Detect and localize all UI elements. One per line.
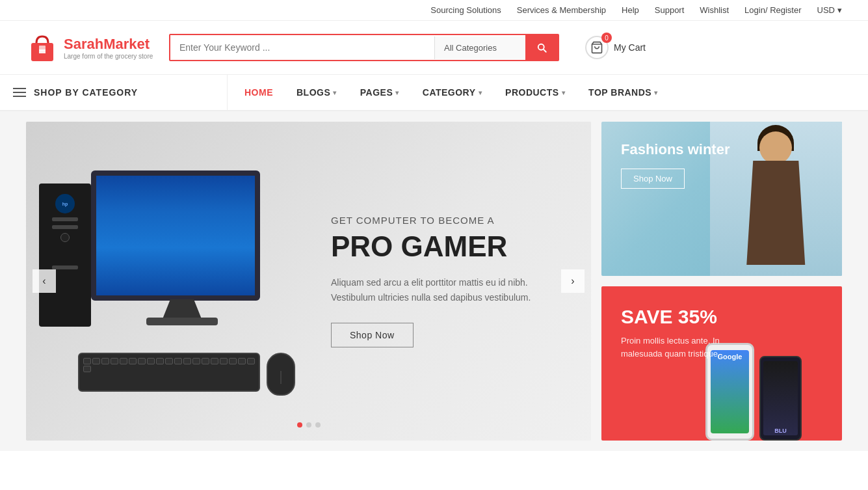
key	[165, 358, 173, 364]
fashion-banner-title: Fashions winter	[621, 141, 730, 158]
person-head	[759, 131, 792, 164]
slider-dots	[297, 422, 321, 428]
chevron-down-icon: ▾	[395, 89, 399, 96]
chevron-right-icon: ›	[571, 275, 574, 287]
key	[138, 358, 146, 364]
search-bar: All Categories Electronics Computers Clo…	[169, 34, 559, 61]
key	[202, 358, 209, 364]
sourcing-solutions-link[interactable]: Sourcing Solutions	[430, 5, 501, 15]
phone2-screen	[763, 361, 798, 435]
chevron-down-icon: ▾	[333, 89, 337, 96]
nav-item-top-brands-label: TOP BRANDS	[588, 87, 651, 98]
nav-item-pages-label: PAGES	[360, 87, 393, 98]
key	[92, 358, 100, 364]
currency-value: USD	[817, 5, 835, 15]
save-percentage: SAVE 35%	[621, 306, 732, 328]
nav-item-category[interactable]: CATEGORY ▾	[412, 75, 492, 110]
chevron-down-icon: ▾	[562, 89, 566, 96]
nav-item-products-label: PRODUCTS	[505, 87, 559, 98]
nav-item-home[interactable]: HOME	[234, 75, 283, 110]
hero-title: PRO GAMER	[331, 231, 552, 262]
key	[111, 358, 118, 364]
monitor-stand	[163, 299, 202, 319]
pc-tower: hp	[39, 184, 91, 327]
chevron-down-icon: ▾	[479, 89, 482, 96]
support-link[interactable]: Support	[655, 5, 685, 15]
nav-item-blogs-label: BLOGS	[296, 87, 330, 98]
currency-chevron-icon: ▾	[837, 5, 842, 15]
chevron-down-icon: ▾	[654, 89, 658, 96]
key	[156, 358, 164, 364]
logo[interactable]: SarahMarket Large form of the grocery st…	[26, 31, 156, 64]
tower-strip	[52, 217, 78, 221]
services-membership-link[interactable]: Services & Membership	[517, 5, 606, 15]
hero-subtitle: GET COMPUTER TO BECOME A	[331, 215, 552, 226]
slider-next-button[interactable]: ›	[561, 269, 585, 293]
tower-strip	[52, 265, 78, 269]
nav-item-home-label: HOME	[244, 87, 273, 98]
search-icon	[536, 42, 547, 53]
hero-shop-now-button[interactable]: Shop Now	[331, 323, 414, 347]
cart-badge: 0	[601, 33, 612, 43]
slider-prev-button[interactable]: ‹	[33, 269, 56, 293]
key	[120, 358, 127, 364]
monitor	[91, 170, 260, 301]
key	[211, 358, 218, 364]
logo-name-part2: Market	[103, 36, 150, 52]
monitor-screen	[96, 176, 255, 295]
key	[247, 358, 255, 364]
logo-icon	[26, 31, 59, 64]
search-button[interactable]	[525, 35, 558, 60]
key	[238, 358, 246, 364]
keyboard-keys	[79, 354, 259, 376]
save-description: Proin mollis lectus ante. In malesuada q…	[621, 334, 732, 360]
nav-item-category-label: CATEGORY	[423, 87, 476, 98]
tower-button	[60, 233, 70, 242]
person-body	[743, 161, 808, 265]
key	[83, 358, 91, 364]
top-bar: Sourcing Solutions Services & Membership…	[0, 0, 868, 21]
category-select[interactable]: All Categories Electronics Computers Clo…	[434, 36, 525, 59]
nav-item-pages[interactable]: PAGES ▾	[350, 75, 410, 110]
chevron-left-icon: ‹	[42, 275, 46, 287]
blu-label: BLU	[774, 428, 787, 434]
shop-by-category-label: SHOP BY CATEGORY	[34, 87, 138, 98]
phone-2: BLU	[759, 356, 802, 441]
nav-links: HOME BLOGS ▾ PAGES ▾ CATEGORY ▾ PRODUCTS…	[228, 75, 675, 110]
slider-dot-2[interactable]	[306, 422, 311, 428]
key	[129, 358, 137, 364]
help-link[interactable]: Help	[622, 5, 639, 15]
nav-item-top-brands[interactable]: TOP BRANDS ▾	[578, 75, 668, 110]
tower-strip	[52, 225, 78, 229]
shopping-cart-icon	[590, 41, 603, 54]
key	[220, 358, 228, 364]
mouse	[267, 353, 295, 396]
currency-selector[interactable]: USD ▾	[817, 5, 842, 15]
key	[83, 366, 91, 372]
keyboard	[78, 353, 260, 392]
hero-content: GET COMPUTER TO BECOME A PRO GAMER Aliqu…	[331, 215, 552, 347]
cart-label: My Cart	[614, 42, 646, 53]
hamburger-icon	[13, 88, 26, 97]
nav-item-products[interactable]: PRODUCTS ▾	[495, 75, 575, 110]
key	[147, 358, 155, 364]
search-input[interactable]	[170, 36, 434, 59]
fashion-shop-now-button[interactable]: Shop Now	[621, 169, 685, 189]
cart-area[interactable]: 0 My Cart	[585, 36, 646, 59]
mouse-line	[281, 371, 282, 384]
slider-dot-1[interactable]	[297, 422, 302, 428]
fashion-banner-content: Fashions winter Shop Now	[621, 141, 730, 189]
monitor-base	[146, 318, 218, 325]
nav-item-blogs[interactable]: BLOGS ▾	[286, 75, 347, 110]
wishlist-link[interactable]: Wishlist	[700, 5, 729, 15]
logo-tagline: Large form of the grocery store	[64, 53, 153, 60]
shop-by-category[interactable]: SHOP BY CATEGORY	[0, 75, 228, 110]
navbar: SHOP BY CATEGORY HOME BLOGS ▾ PAGES ▾ CA…	[0, 75, 868, 111]
svg-rect-1	[39, 46, 46, 51]
side-banners: Fashions winter Shop Now SAVE 35% Proin …	[601, 122, 842, 441]
key	[101, 358, 109, 364]
key	[174, 358, 182, 364]
slider-dot-3[interactable]	[315, 422, 321, 428]
key	[229, 358, 237, 364]
login-register-link[interactable]: Login/ Register	[744, 5, 801, 15]
